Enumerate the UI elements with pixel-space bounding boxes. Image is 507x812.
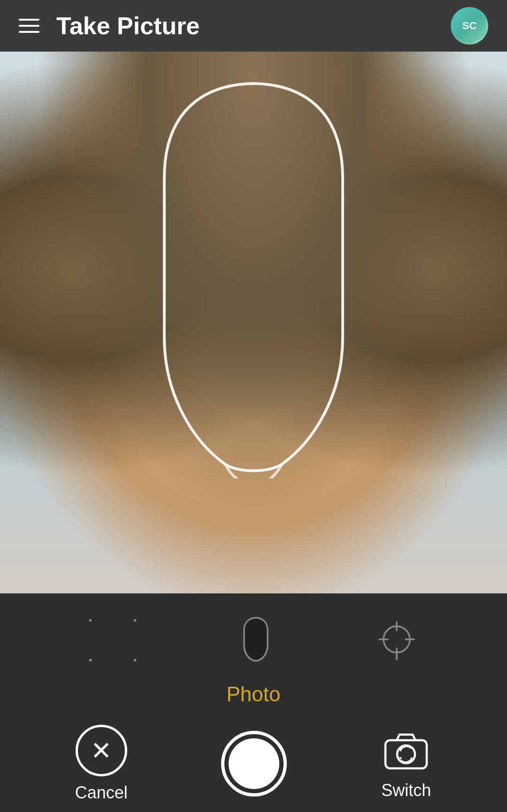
photo-label: Photo: [227, 683, 281, 706]
shutter-button[interactable]: [221, 731, 287, 797]
cancel-button[interactable]: ✕ Cancel: [75, 725, 128, 803]
corner-tr: [134, 619, 136, 622]
corner-tl: [89, 619, 92, 622]
camera-view: [0, 52, 507, 593]
switch-camera-icon: [380, 727, 432, 774]
face-outline-overlay: [117, 75, 390, 478]
corner-bl: [89, 659, 92, 661]
avatar-hex: SC: [451, 7, 488, 45]
face-shape-icon[interactable]: [239, 617, 272, 664]
page-title: Take Picture: [56, 12, 451, 40]
menu-button[interactable]: [19, 19, 39, 33]
avatar-initials: SC: [462, 20, 477, 32]
switch-button[interactable]: Switch: [380, 727, 432, 800]
crosshair-icon[interactable]: [376, 618, 418, 662]
action-row: ✕ Cancel: [0, 715, 507, 812]
icon-row: [0, 593, 507, 687]
switch-label: Switch: [381, 781, 431, 800]
cancel-x-icon: ✕: [91, 738, 112, 763]
shutter-inner: [229, 738, 279, 789]
svg-marker-8: [411, 746, 414, 749]
cancel-label: Cancel: [75, 783, 128, 803]
cancel-circle: ✕: [76, 725, 127, 776]
controls-area: Photo ✕ Cancel: [0, 593, 507, 812]
corner-br: [134, 659, 136, 661]
avatar[interactable]: SC: [451, 7, 488, 45]
header: Take Picture SC: [0, 0, 507, 52]
frame-corners-icon[interactable]: [89, 619, 136, 661]
